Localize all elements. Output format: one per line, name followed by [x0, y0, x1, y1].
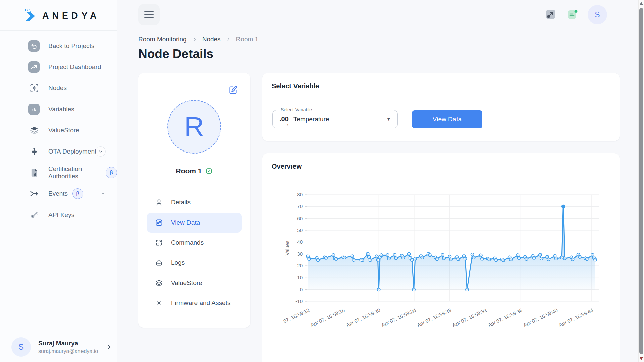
node-menu-label: Commands — [171, 239, 204, 246]
sidebar-item-label: Nodes — [48, 84, 67, 92]
sidebar-item-label: Project Dashboard — [48, 63, 101, 71]
node-menu-details[interactable]: Details — [147, 192, 241, 213]
variable-select[interactable]: Select Variable .00→ Temperature ▼ — [272, 110, 398, 128]
node-menu-view-data[interactable]: View Data — [147, 213, 241, 233]
sidebar-item-back-to-projects[interactable]: Back to Projects — [0, 35, 117, 56]
node-name: Room 1 — [176, 167, 202, 175]
breadcrumb-room-monitoring[interactable]: Room Monitoring — [138, 36, 187, 43]
sidebar-item-nodes[interactable]: Nodes — [0, 77, 117, 99]
verified-check-icon — [205, 167, 213, 175]
sidebar-item-valuestore[interactable]: ValueStore — [0, 120, 117, 141]
svg-text:Apr 07, 16:59:44: Apr 07, 16:59:44 — [558, 307, 594, 328]
float-number-icon: .00→ — [279, 115, 289, 123]
overview-card-title: Overview — [262, 153, 620, 178]
beta-badge: β — [106, 167, 117, 178]
breadcrumb-nodes[interactable]: Nodes — [202, 36, 221, 43]
layers-icon — [155, 279, 163, 287]
select-variable-card: Select Variable Select Variable .00→ Tem… — [262, 73, 620, 141]
undo-icon — [28, 40, 40, 52]
node-menu-label: ValueStore — [171, 279, 202, 287]
node-menu-commands[interactable]: Commands — [147, 233, 241, 253]
topbar: S — [117, 0, 639, 25]
chevron-right-icon — [226, 37, 231, 42]
scan-focus-icon — [28, 83, 40, 93]
node-menu-firmware-and-assets[interactable]: Firmware and Assets — [147, 293, 241, 313]
node-menu-label: Logs — [171, 259, 185, 266]
brand-logo[interactable]: ANEDYA — [0, 0, 117, 23]
svg-text:Apr 07, 16:59:32: Apr 07, 16:59:32 — [451, 307, 488, 328]
view-data-button[interactable]: View Data — [412, 110, 482, 128]
node-menu-label: Firmware and Assets — [171, 299, 230, 307]
cpu-icon — [155, 299, 163, 307]
scrollbar-down-arrow-icon[interactable] — [640, 357, 643, 360]
sliders-icon — [155, 219, 163, 227]
node-menu: Details View Data Commands Logs ValueSto… — [147, 192, 241, 313]
profile-avatar[interactable]: S — [588, 5, 607, 24]
sidebar-item-label: Events — [48, 190, 68, 197]
notifications-icon[interactable] — [566, 8, 579, 21]
git-commit-icon — [28, 147, 40, 156]
chevron-right-icon — [105, 343, 113, 351]
user-name: Suraj Maurya — [38, 340, 98, 347]
svg-text:30: 30 — [297, 251, 303, 257]
sidebar-item-label: OTA Deployments — [48, 148, 100, 155]
scrollbar-up-arrow-icon[interactable] — [640, 2, 643, 5]
user-avatar: S — [11, 337, 31, 357]
sidebar-item-label: Certification Authorities — [48, 165, 101, 180]
node-menu-label: Details — [171, 199, 191, 206]
terminal-icon — [155, 239, 163, 247]
page-title: Node Details — [138, 47, 639, 61]
sidebar-item-events[interactable]: Events β — [0, 183, 117, 204]
sidebar-item-certification-authorities[interactable]: Certification Authorities β — [0, 162, 117, 183]
sidebar-nav: Back to Projects Project Dashboard Nodes… — [0, 31, 117, 225]
overview-card: Overview -1001020304050607080Apr 07, 16:… — [262, 153, 620, 362]
svg-text:Apr 07, 16:59:16: Apr 07, 16:59:16 — [310, 307, 346, 328]
chevron-down-icon[interactable] — [100, 191, 106, 196]
sidebar-item-ota-deployments[interactable]: OTA Deployments — [0, 141, 117, 162]
chevron-down-icon[interactable] — [96, 146, 106, 157]
user-icon — [155, 198, 163, 206]
scrollbar-thumb[interactable] — [639, 8, 643, 354]
breadcrumb-room-1: Room 1 — [236, 36, 259, 43]
svg-text:20: 20 — [297, 263, 303, 268]
sidebar: ANEDYA Back to Projects Project Dashboar… — [0, 0, 117, 362]
svg-text:Apr 07, 16:59:40: Apr 07, 16:59:40 — [523, 307, 559, 328]
chevron-right-icon — [192, 37, 197, 42]
layers-icon — [28, 126, 40, 135]
sidebar-item-label: API Keys — [48, 211, 74, 219]
svg-text:Apr 07, 16:59:36: Apr 07, 16:59:36 — [487, 307, 523, 328]
svg-text:70: 70 — [297, 203, 303, 209]
node-avatar: R — [167, 100, 221, 154]
sidebar-item-label: ValueStore — [48, 127, 79, 134]
svg-text:Apr 07, 16:59:12: Apr 07, 16:59:12 — [282, 307, 310, 328]
svg-text:Apr 07, 16:59:28: Apr 07, 16:59:28 — [416, 307, 452, 328]
file-badge-icon — [28, 168, 40, 177]
dropdown-caret-icon: ▼ — [386, 117, 391, 122]
select-variable-card-title: Select Variable — [262, 73, 620, 98]
hamburger-menu-button[interactable] — [138, 4, 160, 25]
lock-dots-icon — [155, 259, 163, 267]
node-menu-logs[interactable]: Logs — [147, 253, 241, 273]
node-card: R Room 1 Details View Data Commands — [138, 73, 250, 328]
sidebar-item-project-dashboard[interactable]: Project Dashboard — [0, 56, 117, 77]
edit-node-icon[interactable] — [228, 85, 238, 95]
breadcrumb: Room Monitoring Nodes Room 1 — [138, 36, 639, 43]
overview-chart[interactable]: -1001020304050607080Apr 07, 16:59:12Apr … — [282, 189, 614, 330]
svg-text:10: 10 — [297, 275, 303, 280]
svg-text:60: 60 — [297, 216, 303, 221]
brand-name: ANEDYA — [42, 11, 100, 21]
sidebar-item-api-keys[interactable]: API Keys — [0, 204, 117, 225]
svg-text:-10: -10 — [295, 298, 303, 304]
node-menu-valuestore[interactable]: ValueStore — [147, 273, 241, 293]
page-scrollbar[interactable] — [638, 0, 644, 362]
svg-text:80: 80 — [297, 192, 303, 197]
trend-up-icon — [28, 61, 40, 73]
brand-logo-icon — [23, 9, 38, 23]
sidebar-item-label: Variables — [48, 106, 74, 113]
sidebar-item-variables[interactable]: Variables — [0, 99, 117, 120]
variable-select-label: Select Variable — [278, 107, 315, 112]
sidebar-item-label: Back to Projects — [48, 42, 94, 50]
user-card[interactable]: S Suraj Maurya suraj.maurya@anedya.io — [0, 331, 117, 362]
expand-icon[interactable] — [544, 8, 557, 21]
svg-text:50: 50 — [297, 227, 303, 233]
